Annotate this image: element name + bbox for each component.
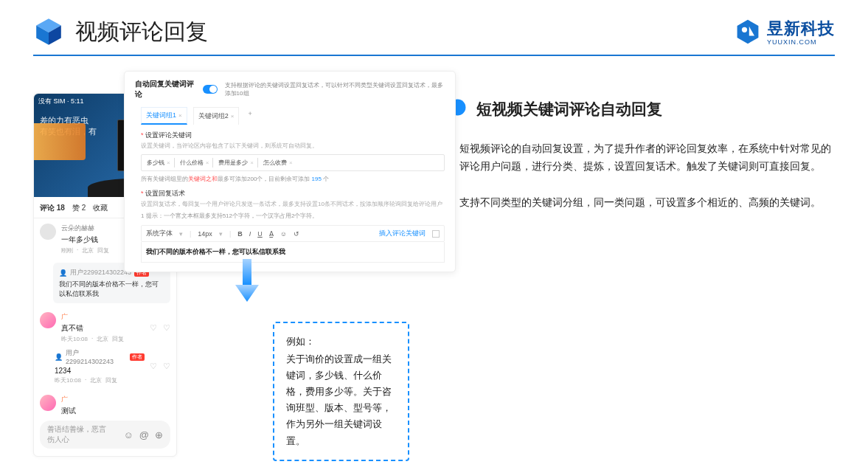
color-icon[interactable]: A̲ — [269, 230, 274, 238]
left-demo-area: 自动回复关键词评论 支持根据评论的关键词设置回复话术，可以针对不同类型关键词设置… — [33, 71, 424, 457]
commenter-name: 广 — [61, 312, 145, 322]
close-icon[interactable]: × — [231, 113, 235, 120]
remove-tag-icon[interactable]: × — [289, 159, 293, 166]
avatar — [40, 395, 56, 411]
svg-point-4 — [742, 27, 747, 32]
like-icon[interactable]: ♡ — [150, 362, 157, 371]
tab-keyword-group-1[interactable]: 关键词组1× — [141, 107, 187, 125]
reply-link[interactable]: 回复 — [112, 335, 124, 343]
example-title: 例如： — [286, 334, 396, 350]
tab-comments[interactable]: 评论 18 — [40, 203, 65, 213]
keywords-hint: 设置关键词，当评论区内容包含了以下关键词，则系统可自动回复。 — [141, 142, 445, 150]
expand-icon[interactable] — [432, 230, 440, 238]
size-select[interactable]: 14px — [198, 230, 212, 238]
comment-text: 测试 — [61, 406, 170, 416]
comment-item: 广 测试 — [34, 390, 176, 416]
gift-icon[interactable]: ⊕ — [155, 429, 163, 440]
remove-tag-icon[interactable]: × — [167, 159, 170, 166]
at-icon[interactable]: @ — [139, 429, 149, 440]
font-select[interactable]: 系统字体 — [146, 229, 173, 238]
keyword-tag[interactable]: 多少钱× — [145, 158, 175, 167]
reply-text: 1234 — [55, 367, 145, 375]
reply-editor[interactable]: 我们不同的版本价格不一样，您可以私信联系我 — [141, 242, 445, 263]
keyword-tag[interactable]: 什么价格× — [178, 158, 214, 167]
keyword-input[interactable]: 多少钱× 什么价格× 费用是多少× 怎么收费× — [141, 154, 445, 171]
svg-rect-5 — [243, 259, 251, 285]
feature-title: 短视频关键词评论自动回复 — [476, 99, 662, 120]
example-callout: 例如： 关于询价的设置成一组关键词，多少钱、什么价格，费用多少等。关于咨询班型、… — [273, 322, 409, 461]
reply-author: 用户2299214302243 — [70, 268, 131, 277]
panel-title: 自动回复关键词评论 — [135, 79, 195, 100]
close-icon[interactable]: × — [178, 112, 182, 119]
insert-keyword-link[interactable]: 插入评论关键词 — [379, 229, 426, 238]
link-icon[interactable]: ↺ — [294, 230, 299, 238]
commenter-name: 广 — [61, 395, 170, 404]
keyword-count-note: 所有关键词组里的关键词之和最多可添加200个，目前剩余可添加 195 个 — [141, 175, 445, 183]
slide-header: 视频评论回复 昱新科技 YUUXIN.COM — [0, 0, 868, 55]
tab-likes[interactable]: 赞 2 — [72, 203, 86, 213]
keywords-label: 设置评论关键词 — [141, 131, 445, 140]
logo-icon — [735, 18, 761, 45]
dislike-icon[interactable]: ♡ — [163, 323, 170, 333]
reply-hint: 设置回复话术，每回复一个用户评论只发送一条话术，最多支持设置10条不同话术，按添… — [141, 200, 445, 208]
svg-marker-3 — [737, 20, 759, 44]
reply-label: 设置回复话术 — [141, 189, 445, 198]
add-tab-button[interactable]: + — [245, 107, 254, 125]
dislike-icon[interactable]: ♡ — [163, 362, 170, 371]
reply-text: 我们不同的版本价格不一样，您可以私信联系我 — [59, 280, 164, 298]
auto-reply-toggle[interactable] — [203, 85, 218, 94]
comment-input[interactable]: 善语结善缘，恶言伤人心 ☺ @ ⊕ — [40, 421, 170, 449]
brand-logo: 昱新科技 YUUXIN.COM — [735, 18, 835, 46]
char-limit-tip: 1 提示：一个富文本框最多支持512个字符，一个汉字占用2个字符。 — [141, 212, 445, 220]
arrow-down-icon — [232, 259, 262, 303]
comment-text: 真不错 — [61, 323, 145, 334]
tab-favorites[interactable]: 收藏 — [93, 203, 108, 213]
input-placeholder: 善语结善缘，恶言伤人心 — [47, 424, 112, 445]
panel-desc: 支持根据评论的关键词设置回复话术，可以针对不同类型关键词设置回复话术，最多添加1… — [225, 81, 445, 97]
page-title: 视频评论回复 — [75, 17, 208, 47]
emoji-icon[interactable]: ☺ — [280, 230, 287, 238]
reply-link[interactable]: 回复 — [97, 246, 109, 255]
keyword-tag[interactable]: 费用是多少× — [216, 158, 258, 167]
sub-reply: 👤用户2299214302243作者 1234 昨天10:08·北京回复 ♡♡ — [34, 348, 176, 390]
example-body: 关于询价的设置成一组关键词，多少钱、什么价格，费用多少等。关于咨询班型、版本、型… — [286, 351, 396, 449]
comment-item: 广 真不错 昨天10:08·北京回复 ♡♡ — [34, 307, 176, 348]
avatar — [40, 312, 56, 328]
underline-icon[interactable]: U — [257, 230, 263, 238]
italic-icon[interactable]: I — [249, 230, 251, 238]
remove-tag-icon[interactable]: × — [250, 159, 254, 166]
emoji-icon[interactable]: ☺ — [124, 429, 133, 440]
reply-link[interactable]: 回复 — [105, 376, 117, 384]
cube-icon — [33, 16, 64, 47]
like-icon[interactable]: ♡ — [150, 323, 157, 333]
avatar — [40, 224, 56, 240]
keyword-reply-panel: 自动回复关键词评论 支持根据评论的关键词设置回复话术，可以针对不同类型关键词设置… — [124, 71, 456, 272]
logo-text: 昱新科技 — [767, 18, 835, 40]
author-badge: 作者 — [130, 353, 145, 361]
tab-keyword-group-2[interactable]: 关键词组2× — [193, 107, 240, 125]
feature-bullet: 短视频评论的自动回复设置，为了提升作者的评论回复效率，在系统中针对常见的评论用户… — [442, 140, 835, 176]
keyword-tag[interactable]: 怎么收费× — [261, 158, 296, 167]
feature-bullet: 支持不同类型的关键词分组，同一类问题，可设置多个相近的、高频的关键词。 — [442, 194, 835, 212]
svg-marker-6 — [235, 285, 259, 302]
editor-toolbar: 系统字体▾ | 14px▾ | B I U A̲ ☺ ↺ 插入评论关键词 — [141, 225, 445, 242]
bold-icon[interactable]: B — [237, 230, 243, 238]
feature-description: 短视频关键词评论自动回复 短视频评论的自动回复设置，为了提升作者的评论回复效率，… — [442, 71, 835, 457]
remove-tag-icon[interactable]: × — [206, 159, 209, 166]
